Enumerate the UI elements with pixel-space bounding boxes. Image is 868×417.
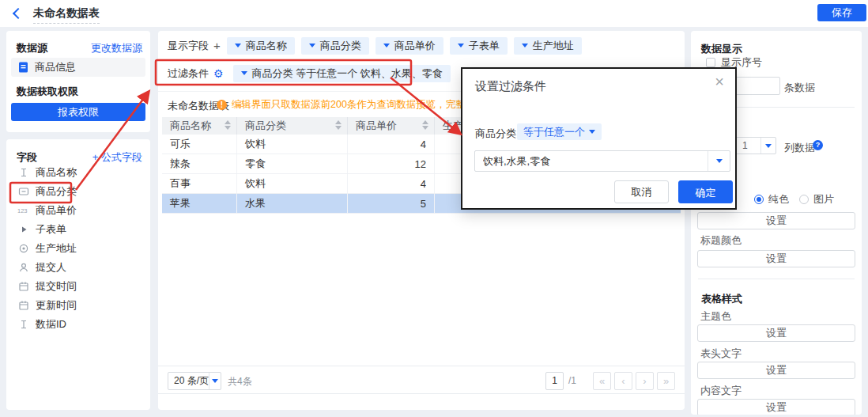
chevron-down-icon [241,71,247,75]
gear-icon[interactable]: ⚙ [213,67,224,80]
select-field-icon [17,186,29,197]
datasource-panel: 数据源 更改数据源 商品信息 数据获取权限 报表权限 [6,31,150,132]
theme-color-set-button[interactable]: 设置 [697,324,855,342]
background-set-button[interactable]: 设置 [697,212,855,229]
filter-label: 过滤条件 [168,66,209,81]
cancel-button[interactable]: 取消 [614,180,669,203]
header-text-label: 表头文字 [700,347,742,361]
field-item-product-price[interactable]: 123 商品单价 [17,201,136,220]
first-page-icon[interactable]: « [593,372,611,390]
chevron-down-icon [458,44,464,47]
dialog-field-label: 商品分类 [475,127,516,141]
content-text-set-button[interactable]: 设置 [697,399,855,415]
add-display-field-button[interactable]: + [213,39,221,52]
operator-select[interactable]: 等于任意一个 [517,123,602,140]
last-page-icon[interactable]: » [657,372,675,390]
title-color-set-button[interactable]: 设置 [697,250,855,267]
rows-suffix-label: 条数据 [784,81,815,95]
change-datasource-link[interactable]: 更改数据源 [91,41,142,55]
data-display-heading: 数据显示 [701,42,742,56]
text-field-icon [17,319,29,330]
top-bar: 未命名数据表 保存 [0,0,868,27]
dialog-title: 设置过滤条件 [475,79,546,94]
chevron-down-icon [383,44,390,47]
field-chip-product-name[interactable]: 商品名称 [227,37,295,55]
field-item-product-name[interactable]: 商品名称 [17,163,136,182]
sort-icon[interactable] [422,120,428,130]
field-chip-product-category[interactable]: 商品分类 [301,37,369,55]
radio-solid-color[interactable]: 纯色 [749,192,789,207]
field-item-update-time[interactable]: 更新时间 [17,296,136,315]
number-field-icon: 123 [17,205,29,216]
dropdown-toggle[interactable] [708,151,730,171]
field-item-subform[interactable]: 子表单 [17,220,136,239]
field-chip-product-price[interactable]: 商品单价 [376,37,443,55]
page-size-select[interactable]: 20 条/页 [168,372,221,390]
text-field-icon [17,167,29,178]
datasource-item[interactable]: 商品信息 [11,58,145,77]
chevron-down-icon [235,44,241,47]
sort-icon[interactable] [225,120,231,130]
title-color-label: 标题颜色 [700,233,742,248]
save-button[interactable]: 保存 [817,4,866,21]
chevron-down-icon [309,44,315,47]
cols-suffix-label: 列数据 [784,141,815,155]
warning-icon: ! [217,100,227,110]
field-item-production-address[interactable]: 生产地址 [17,239,136,258]
document-icon [18,62,28,73]
sort-icon[interactable] [335,120,342,130]
chevron-down-icon [212,379,218,383]
field-item-submitter[interactable]: 提交人 [17,258,136,277]
help-icon[interactable]: ? [813,140,823,150]
back-icon[interactable] [14,9,22,17]
datasource-item-label: 商品信息 [35,60,76,74]
field-chip-production-address[interactable]: 生产地址 [514,37,582,55]
calendar-field-icon [17,300,29,311]
filter-condition-chip[interactable]: 商品分类 等于任意一个 饮料、水果、零食 [233,65,451,82]
confirm-button[interactable]: 确定 [678,180,733,203]
chevron-down-icon [589,130,595,134]
datasource-heading: 数据源 [17,41,47,55]
radio-image[interactable]: 图片 [794,192,834,207]
pagination-bar: 20 条/页 共4条 1 /1 « ‹ › » [158,366,685,394]
report-permission-button[interactable]: 报表权限 [11,103,145,121]
page-title[interactable]: 未命名数据表 [33,6,100,24]
header-text-set-button[interactable]: 设置 [697,362,855,379]
filter-condition-dialog: 设置过滤条件 × 商品分类 等于任意一个 取消 确定 [461,67,737,210]
chevron-down-icon [765,144,772,148]
column-header-product-name[interactable]: 商品名称 [162,117,237,135]
fields-panel: 字段 + 公式字段 商品名称 商品分类 123 商品单价 子表单 生产地址 提交… [6,139,150,410]
close-icon[interactable]: × [715,74,724,89]
field-item-product-category[interactable]: 商品分类 [17,182,136,201]
field-item-data-id[interactable]: 数据ID [17,315,136,334]
table-style-heading: 表格样式 [701,292,742,306]
radio-unselected-icon[interactable] [799,195,809,204]
filter-value-input[interactable] [475,151,708,171]
total-pages-label: /1 [568,375,576,386]
chevron-down-icon [522,44,528,47]
display-fields-label: 显示字段 [168,39,209,53]
theme-color-label: 主题色 [700,309,731,324]
calendar-field-icon [17,281,29,292]
prev-page-icon[interactable]: ‹ [614,372,632,390]
divider [698,279,855,279]
preview-notice-text: 编辑界面只取数据源前200条作为查询数据预览，完整数据 [232,98,485,112]
subform-field-icon [17,224,29,235]
field-item-submit-time[interactable]: 提交时间 [17,277,136,296]
column-header-product-price[interactable]: 商品单价 [348,117,435,135]
field-chip-subform[interactable]: 子表单 [450,37,508,55]
chevron-down-icon [716,159,723,163]
column-header-product-category[interactable]: 商品分类 [237,117,348,135]
filter-value-select[interactable] [474,150,730,172]
current-page-input[interactable]: 1 [545,372,564,390]
column-count-select[interactable]: 1 [734,137,776,154]
permission-heading: 数据获取权限 [17,85,78,99]
checkbox-icon[interactable] [706,58,715,67]
location-field-icon [17,243,29,254]
radio-selected-icon[interactable] [754,195,764,204]
person-field-icon [17,262,29,273]
next-page-icon[interactable]: › [636,372,654,390]
svg-text:123: 123 [17,207,28,214]
content-text-label: 内容文字 [700,384,742,398]
total-count-label: 共4条 [228,375,252,389]
